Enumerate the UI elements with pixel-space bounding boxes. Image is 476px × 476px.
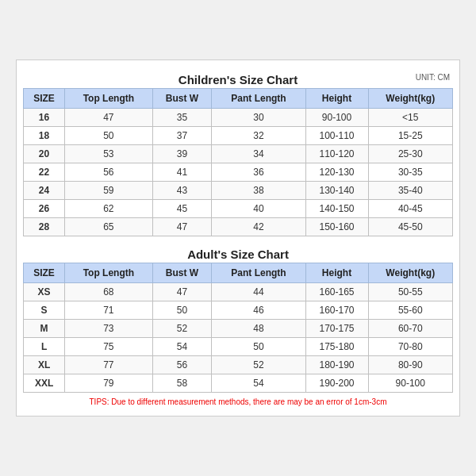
table-cell: 150-160 — [305, 218, 368, 236]
children-col-height: Height — [305, 89, 368, 109]
adults-table: SIZE Top Length Bust W Pant Length Heigh… — [23, 263, 453, 393]
table-cell: 65 — [65, 218, 153, 236]
table-row: M735248170-17560-70 — [24, 320, 453, 338]
table-cell: M — [24, 320, 65, 338]
table-cell: 40 — [212, 200, 305, 218]
table-cell: 54 — [212, 374, 305, 393]
table-cell: 15-25 — [368, 127, 452, 145]
table-cell: 75 — [65, 338, 153, 356]
table-cell: 36 — [212, 163, 305, 182]
table-cell: 170-175 — [305, 320, 368, 338]
table-cell: 73 — [65, 320, 153, 338]
table-cell: 37 — [152, 127, 212, 145]
table-row: 1647353090-100<15 — [24, 109, 453, 127]
table-cell: L — [24, 338, 65, 356]
table-cell: 47 — [152, 218, 212, 236]
table-cell: 35-40 — [368, 182, 452, 200]
table-cell: 43 — [152, 182, 212, 200]
adults-col-bust-w: Bust W — [152, 263, 212, 283]
table-cell: 25-30 — [368, 145, 452, 163]
tips-text: TIPS: Due to different measurement metho… — [23, 393, 453, 408]
table-cell: 190-200 — [305, 374, 368, 393]
children-col-pant-length: Pant Length — [212, 89, 305, 109]
table-cell: 24 — [24, 182, 65, 200]
table-cell: 79 — [65, 374, 153, 393]
table-row: XXL795854190-20090-100 — [24, 374, 453, 393]
adults-title: Adult's Size Chart — [23, 243, 453, 263]
table-row: L755450175-18070-80 — [24, 338, 453, 356]
table-cell: 62 — [65, 200, 153, 218]
table-cell: <15 — [368, 109, 452, 127]
table-cell: 47 — [152, 283, 212, 301]
table-row: 20533934110-12025-30 — [24, 145, 453, 163]
table-cell: 48 — [212, 320, 305, 338]
table-cell: 18 — [24, 127, 65, 145]
adults-header-row: SIZE Top Length Bust W Pant Length Heigh… — [24, 263, 453, 283]
table-row: 28654742150-16045-50 — [24, 218, 453, 236]
adults-col-pant-length: Pant Length — [212, 263, 305, 283]
children-table: SIZE Top Length Bust W Pant Length Heigh… — [23, 88, 453, 236]
table-row: 22564136120-13030-35 — [24, 163, 453, 182]
children-title: Children's Size Chart UNIT: CM — [23, 68, 453, 88]
table-cell: 47 — [65, 109, 153, 127]
table-cell: 60-70 — [368, 320, 452, 338]
table-cell: 160-170 — [305, 301, 368, 320]
table-cell: XS — [24, 283, 65, 301]
table-cell: 32 — [212, 127, 305, 145]
table-cell: 46 — [212, 301, 305, 320]
children-col-bust-w: Bust W — [152, 89, 212, 109]
table-cell: 50-55 — [368, 283, 452, 301]
table-cell: 35 — [152, 109, 212, 127]
unit-label: UNIT: CM — [416, 73, 450, 82]
table-cell: 110-120 — [305, 145, 368, 163]
table-row: 26624540140-15040-45 — [24, 200, 453, 218]
table-cell: 52 — [212, 356, 305, 374]
table-cell: 56 — [65, 163, 153, 182]
table-cell: 90-100 — [368, 374, 452, 393]
children-col-weight: Weight(kg) — [368, 89, 452, 109]
table-cell: 50 — [65, 127, 153, 145]
table-cell: 130-140 — [305, 182, 368, 200]
table-row: XS684744160-16550-55 — [24, 283, 453, 301]
table-cell: 16 — [24, 109, 65, 127]
adults-col-size: SIZE — [24, 263, 65, 283]
table-cell: 175-180 — [305, 338, 368, 356]
table-cell: 68 — [65, 283, 153, 301]
table-cell: 77 — [65, 356, 153, 374]
table-cell: 53 — [65, 145, 153, 163]
table-cell: 54 — [152, 338, 212, 356]
table-cell: 26 — [24, 200, 65, 218]
table-cell: 180-190 — [305, 356, 368, 374]
chart-container: Children's Size Chart UNIT: CM SIZE Top … — [16, 60, 460, 416]
table-cell: 90-100 — [305, 109, 368, 127]
table-cell: 140-150 — [305, 200, 368, 218]
table-row: 24594338130-14035-40 — [24, 182, 453, 200]
table-cell: 56 — [152, 356, 212, 374]
table-cell: 70-80 — [368, 338, 452, 356]
table-cell: 50 — [212, 338, 305, 356]
table-cell: 160-165 — [305, 283, 368, 301]
table-cell: 45 — [152, 200, 212, 218]
adults-title-text: Adult's Size Chart — [187, 248, 289, 261]
children-col-top-length: Top Length — [65, 89, 153, 109]
table-cell: 30 — [212, 109, 305, 127]
adults-tbody: XS684744160-16550-55S715046160-17055-60M… — [24, 283, 453, 393]
children-tbody: 1647353090-100<1518503732100-11015-25205… — [24, 109, 453, 236]
table-cell: 58 — [152, 374, 212, 393]
children-col-size: SIZE — [24, 89, 65, 109]
table-cell: 59 — [65, 182, 153, 200]
children-title-text: Children's Size Chart — [178, 73, 298, 86]
table-cell: 38 — [212, 182, 305, 200]
children-header-row: SIZE Top Length Bust W Pant Length Heigh… — [24, 89, 453, 109]
table-cell: 55-60 — [368, 301, 452, 320]
table-cell: 20 — [24, 145, 65, 163]
table-cell: 71 — [65, 301, 153, 320]
table-row: XL775652180-19080-90 — [24, 356, 453, 374]
table-cell: 41 — [152, 163, 212, 182]
table-cell: 50 — [152, 301, 212, 320]
table-cell: S — [24, 301, 65, 320]
table-cell: 42 — [212, 218, 305, 236]
table-cell: 52 — [152, 320, 212, 338]
table-cell: 80-90 — [368, 356, 452, 374]
adults-col-height: Height — [305, 263, 368, 283]
